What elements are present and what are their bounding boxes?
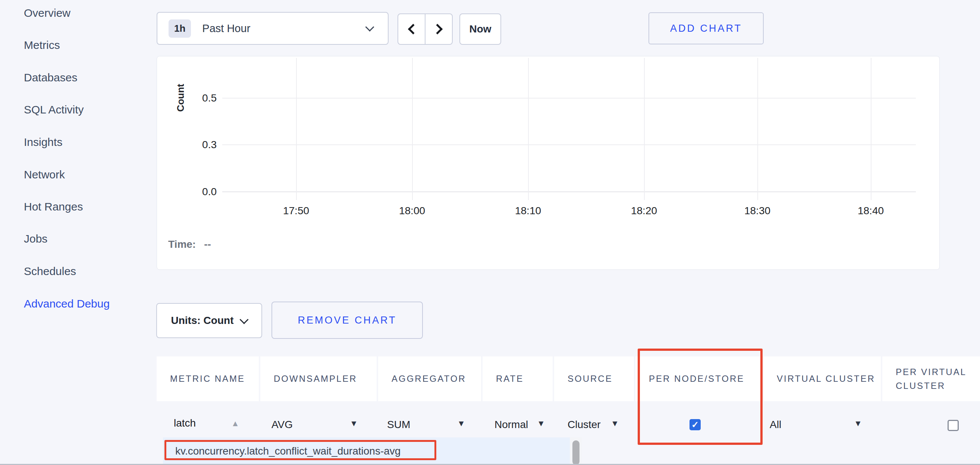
- time-range-picker[interactable]: 1h Past Hour: [157, 12, 388, 45]
- gridline: [871, 58, 872, 200]
- gridline: [296, 58, 297, 200]
- aggregator-value[interactable]: SUM: [387, 419, 410, 431]
- x-tick-label: 18:10: [506, 205, 550, 217]
- sidebar-item-databases[interactable]: Databases: [24, 71, 77, 84]
- dropdown-scrollbar-thumb[interactable]: [573, 440, 579, 465]
- metric-suggestion-item[interactable]: kv.concurrency.latch_conflict_wait_durat…: [175, 437, 401, 465]
- column-header-virtual-cluster: VIRTUAL CLUSTER: [763, 356, 881, 401]
- sidebar-item-hot-ranges[interactable]: Hot Ranges: [24, 200, 83, 213]
- y-tick-label: 0.0: [183, 186, 217, 198]
- gridline: [412, 58, 413, 200]
- chart-panel: Count 0.5 0.3 0.0 17:50 18:00 18:10 18:2…: [157, 56, 940, 270]
- sidebar-item-overview[interactable]: Overview: [24, 7, 70, 19]
- x-tick-label: 18:30: [735, 205, 780, 217]
- hover-time-readout: Time:--: [168, 238, 211, 251]
- remove-chart-button[interactable]: REMOVE CHART: [272, 302, 423, 339]
- sidebar-item-jobs[interactable]: Jobs: [24, 232, 47, 245]
- caret-down-icon[interactable]: ▼: [854, 419, 862, 428]
- caret-down-icon[interactable]: ▼: [350, 419, 358, 428]
- hover-time-value: --: [204, 238, 211, 250]
- x-tick-label: 18:40: [848, 205, 893, 217]
- x-tick-label: 18:20: [622, 205, 667, 217]
- time-step-button-group: [398, 13, 453, 45]
- downsampler-value[interactable]: AVG: [272, 419, 293, 431]
- caret-up-icon[interactable]: ▲: [231, 419, 239, 428]
- time-range-label: Past Hour: [202, 22, 250, 35]
- caret-down-icon[interactable]: ▼: [611, 419, 619, 428]
- caret-down-icon[interactable]: ▼: [537, 419, 545, 428]
- chevron-down-icon: [240, 315, 249, 324]
- chevron-right-icon: [432, 24, 442, 34]
- units-dropdown-label: Units: Count: [171, 315, 234, 326]
- next-range-button[interactable]: [425, 14, 452, 44]
- prev-range-button[interactable]: [398, 14, 425, 44]
- column-header-downsampler: DOWNSAMPLER: [260, 356, 377, 401]
- gridline: [644, 58, 645, 200]
- column-header-per-node-store: PER NODE/STORE: [635, 356, 762, 401]
- chevron-left-icon: [407, 24, 418, 34]
- gridline: [222, 98, 916, 99]
- gridline: [222, 144, 916, 145]
- column-header-per-virtual-cluster: PER VIRTUAL CLUSTER: [882, 356, 980, 401]
- per-node-store-checkbox[interactable]: ✓: [689, 419, 701, 430]
- time-range-badge: 1h: [169, 19, 191, 38]
- per-virtual-cluster-checkbox[interactable]: [948, 420, 959, 431]
- x-tick-label: 18:00: [390, 205, 434, 217]
- column-header-aggregator: AGGREGATOR: [378, 356, 481, 401]
- virtual-cluster-value[interactable]: All: [770, 419, 781, 431]
- y-tick-label: 0.3: [183, 139, 217, 151]
- sidebar-item-network[interactable]: Network: [24, 168, 65, 181]
- x-tick-label: 17:50: [274, 205, 318, 217]
- add-chart-button[interactable]: ADD CHART: [649, 12, 764, 45]
- caret-down-icon[interactable]: ▼: [457, 419, 465, 428]
- sidebar-item-metrics[interactable]: Metrics: [24, 39, 60, 51]
- gridline: [222, 192, 916, 192]
- sidebar-item-sql-activity[interactable]: SQL Activity: [24, 103, 84, 116]
- rate-value[interactable]: Normal: [495, 419, 528, 431]
- units-dropdown[interactable]: Units: Count: [156, 303, 262, 338]
- column-header-source: SOURCE: [554, 356, 634, 401]
- hover-time-label: Time:: [168, 238, 196, 250]
- sidebar-item-schedules[interactable]: Schedules: [24, 265, 76, 278]
- y-tick-label: 0.5: [183, 92, 217, 104]
- source-value[interactable]: Cluster: [568, 419, 601, 431]
- sidebar-item-advanced-debug[interactable]: Advanced Debug: [24, 297, 110, 310]
- sidebar-item-insights[interactable]: Insights: [24, 136, 62, 149]
- metric-name-input[interactable]: [174, 417, 230, 429]
- gridline: [757, 58, 758, 200]
- now-button[interactable]: Now: [460, 13, 501, 45]
- gridline: [528, 58, 529, 200]
- chevron-down-icon: [365, 22, 374, 31]
- check-icon: ✓: [691, 419, 699, 430]
- metric-suggestion-dropdown: kv.concurrency.latch_conflict_wait_durat…: [163, 437, 570, 465]
- column-header-metric-name: METRIC NAME: [157, 356, 259, 401]
- column-header-rate: RATE: [482, 356, 553, 401]
